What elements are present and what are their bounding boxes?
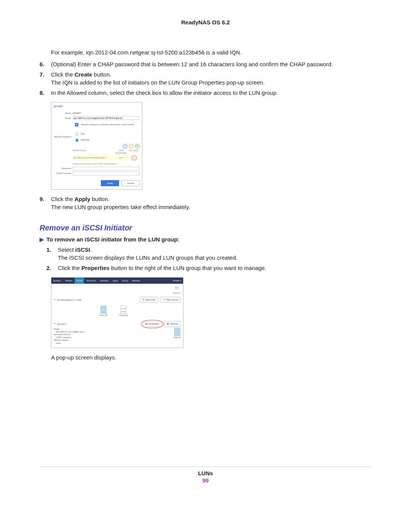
ss1-col-iqn: INITIATOR IQN — [73, 149, 114, 155]
iscsi-screen-screenshot: System Shares iSCSI Accounts Network App… — [51, 277, 371, 348]
disk-icon — [174, 327, 181, 335]
lun-first-label: FirstLUN — [99, 314, 108, 317]
lun-item-big[interactable]: BigLUN — [174, 327, 181, 339]
tab-backup[interactable]: Backup — [130, 278, 142, 284]
plus-icon: ∓ — [142, 298, 145, 302]
refresh-icon: ⟳ — [173, 285, 181, 291]
after-ss2-text: A pop-up screen displays. — [51, 353, 371, 361]
apply-button[interactable]: Apply — [101, 180, 119, 186]
tab-network[interactable]: Network — [98, 278, 111, 284]
step-7-num: 7. — [40, 70, 45, 78]
page-footer: LUNs 99 — [0, 466, 411, 484]
step-8: 8. In the Allowed column, select the che… — [40, 89, 371, 97]
tab-iscsi[interactable]: iSCSI — [75, 278, 84, 284]
settings-icon[interactable]: ✦ — [135, 144, 140, 149]
ss1-name-value: group1 — [73, 111, 140, 115]
step-9-apply-word: Apply — [75, 196, 91, 202]
new-lun-button[interactable]: ∓New LUN — [140, 297, 158, 303]
step-7-line1c: button. — [92, 71, 111, 78]
ss1-radio-any-label: Any — [81, 133, 84, 135]
destroy-label: Destroy — [170, 322, 178, 325]
lun-big-label: BigLUN — [174, 336, 181, 339]
step-b1-iscsi-word: iSCSI — [75, 246, 90, 253]
tab-system[interactable]: System — [51, 278, 63, 284]
remove-initiator-icon[interactable]: − — [129, 144, 134, 149]
ss1-radio-any[interactable] — [75, 133, 79, 136]
ss1-password-label: Password — [54, 167, 73, 170]
step-b2-num: 2. — [46, 264, 51, 272]
step-b2-line1a: Click the — [58, 265, 81, 271]
new-group-button[interactable]: ❒New Group — [161, 297, 181, 303]
collapse-icon[interactable]: ▼ — [54, 322, 56, 325]
add-initiator-icon[interactable]: + — [123, 144, 127, 149]
lun-item-third[interactable]: ThirdLUN — [119, 305, 128, 317]
step-b2: 2. Click the Properties button to the ri… — [46, 264, 371, 272]
ss1-confirm-password-label: Confirm Password — [54, 172, 73, 175]
refresh-button[interactable]: ⟳ Refresh — [173, 285, 181, 294]
tab-apps[interactable]: Apps — [111, 278, 120, 284]
ss1-bidir-note: Password for bidirectional CHAP authenti… — [73, 163, 140, 166]
tab-accounts[interactable]: Accounts — [84, 278, 98, 284]
collapse-icon[interactable]: ▼ — [54, 298, 56, 301]
ss1-row-pwd: •••••• — [114, 157, 128, 160]
step-7: 7. Click the Create button. The IQN is a… — [40, 70, 371, 86]
procedure-intro: ▶ To remove an iSCSI initiator from the … — [40, 235, 371, 243]
cancel-button[interactable]: Cancel — [121, 180, 140, 186]
properties-label: Properties — [149, 322, 159, 325]
lun-third-label: ThirdLUN — [119, 314, 128, 317]
new-lun-label: New LUN — [146, 298, 156, 301]
ss1-confirm-password-input[interactable] — [73, 172, 140, 176]
lun-item-first[interactable]: FirstLUN — [99, 305, 108, 317]
footer-section-label: LUNs — [0, 470, 411, 476]
ss1-title: group1 — [54, 104, 140, 108]
step-b2-properties-word: Properties — [81, 265, 110, 271]
nav-tabs: System Shares iSCSI Accounts Network App… — [51, 278, 183, 284]
ss1-chap-checkbox[interactable] — [75, 123, 78, 126]
disk-icon — [120, 305, 127, 313]
ss1-radio-selected[interactable] — [75, 139, 79, 142]
allowed-checkbox-circled[interactable]: ✓ — [132, 155, 137, 160]
step-9-num: 9. — [40, 195, 45, 203]
step-b1-num: 1. — [46, 246, 51, 254]
ss1-password-input[interactable] — [73, 167, 140, 171]
ss1-target-input[interactable] — [73, 116, 140, 120]
properties-button[interactable]: ✿ Properties — [143, 321, 162, 327]
meta-target-key: Target: — [54, 328, 60, 330]
unassigned-luns-heading: Unassigned LUNs — [57, 298, 137, 302]
step-b2-line1c: button to the right of the LUN group tha… — [110, 265, 266, 271]
step-9-line1c: button. — [90, 196, 109, 202]
group1-heading: group1 — [57, 322, 140, 326]
tab-profile[interactable]: Profile ▾ — [171, 278, 183, 284]
ss1-col-allowed: ALLOWED — [128, 149, 140, 155]
tab-shares[interactable]: Shares — [63, 278, 75, 284]
gear-icon: ✿ — [145, 322, 148, 326]
ss1-chap-label: Require initiators to identify themselve… — [81, 123, 134, 126]
check-icon: ✓ — [133, 156, 135, 160]
step-b1-line1a: Select — [58, 246, 75, 253]
step-9: 9. Click the Apply button. The new LUN g… — [40, 195, 371, 211]
ss1-target-label: Target — [54, 117, 73, 120]
delete-icon: ✖ — [167, 322, 169, 326]
meta-target-val: iqn.1994-11.com.netgear:artor... — [56, 331, 166, 333]
tab-cloud[interactable]: Cloud — [120, 278, 131, 284]
ss1-initiator-row[interactable]: iqn.1991-05.com.microsoft:my-pc-4 ••••••… — [73, 155, 140, 161]
example-text: For example, iqn.2012-04.com.netgear:sj-… — [51, 48, 371, 56]
ss1-col-pwd: CHAP PASSWORD — [114, 149, 128, 155]
destroy-button[interactable]: ✖Destroy — [164, 321, 181, 327]
footer-page-number: 99 — [0, 477, 411, 484]
step-8-text: In the Allowed column, select the check … — [51, 89, 278, 96]
step-b1-line1c: . — [90, 246, 92, 253]
arrow-icon: ▶ — [40, 235, 44, 243]
step-9-line2: The new LUN group properties take effect… — [51, 204, 190, 210]
step-6: 6. (Optional) Enter a CHAP password that… — [40, 60, 371, 68]
group-icon: ❒ — [163, 298, 166, 302]
ss1-radio-selected-label: Selected — [81, 139, 89, 141]
page-header-title: ReadyNAS OS 6.2 — [40, 19, 371, 26]
meta-security-key: Security & Access: — [54, 333, 71, 335]
refresh-label: Refresh — [173, 292, 181, 294]
step-b1-line2: The iSCSI screen displays the LUNs and L… — [58, 254, 237, 261]
meta-clients-val: None — [56, 342, 166, 345]
ss1-name-label: Name — [54, 112, 73, 115]
step-7-line2: The IQN is added to the list of initiato… — [51, 79, 264, 86]
ss1-allowed-label: Allowed Initiators — [54, 135, 73, 138]
